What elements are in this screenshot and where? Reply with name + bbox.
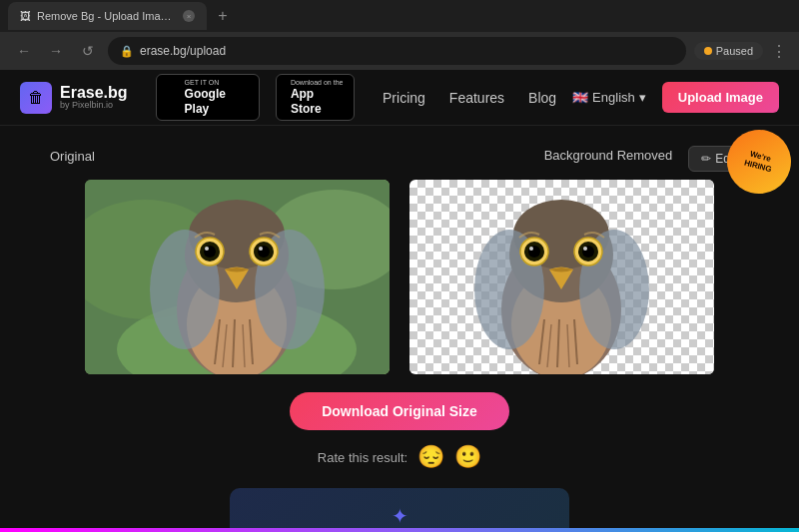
website: 🗑 Erase.bg by Pixelbin.io ▶ GET IT ON Go…: [0, 70, 799, 532]
app-store-text: Download on the App Store: [291, 79, 346, 116]
happy-rating-button[interactable]: 🙂: [454, 444, 481, 470]
download-section: Download Original Size Rate this result:…: [230, 392, 569, 532]
lang-flag: 🇬🇧: [572, 90, 588, 105]
svg-point-44: [583, 247, 587, 251]
original-label: Original: [50, 149, 95, 164]
tab-title: Remove Bg - Upload Images b...: [37, 10, 177, 22]
bg-removed-image: [409, 180, 714, 374]
google-play-icon: ▶: [165, 86, 179, 108]
bg-removed-image-panel: [409, 180, 714, 374]
main-content: Original Background Removed ✏ Edit: [0, 126, 799, 532]
url-text: erase.bg/upload: [140, 44, 226, 58]
back-button[interactable]: ←: [12, 39, 36, 63]
address-bar: ← → ↺ 🔒 erase.bg/upload Paused ⋮: [0, 32, 799, 70]
sad-rating-button[interactable]: 😔: [417, 444, 444, 470]
rating-row: Rate this result: 😔 🙂: [318, 444, 481, 470]
logo[interactable]: 🗑 Erase.bg by Pixelbin.io: [20, 82, 128, 114]
pause-indicator: [704, 47, 712, 55]
tab-bar: 🖼 Remove Bg - Upload Images b... × +: [0, 0, 799, 32]
url-bar[interactable]: 🔒 erase.bg/upload: [108, 37, 686, 65]
tab-favicon: 🖼: [20, 10, 31, 22]
original-image-container: [85, 180, 390, 374]
download-button[interactable]: Download Original Size: [290, 392, 509, 430]
bulk-access-banner[interactable]: ✦ Want to Remove Background from Images …: [230, 488, 569, 532]
app-store-badge[interactable]: Download on the App Store: [276, 74, 355, 121]
original-image-panel: [85, 180, 390, 374]
logo-icon: 🗑: [20, 82, 52, 114]
google-play-badge[interactable]: ▶ GET IT ON Google Play: [156, 74, 260, 121]
active-tab[interactable]: 🖼 Remove Bg - Upload Images b... ×: [8, 2, 207, 30]
refresh-button[interactable]: ↺: [76, 39, 100, 63]
images-row: [50, 180, 749, 374]
rate-label: Rate this result:: [318, 450, 407, 465]
svg-point-39: [529, 247, 533, 251]
language-selector[interactable]: 🇬🇧 English ▾: [572, 90, 646, 105]
google-play-text: GET IT ON Google Play: [185, 79, 251, 116]
navbar: 🗑 Erase.bg by Pixelbin.io ▶ GET IT ON Go…: [0, 70, 799, 126]
nav-link-pricing[interactable]: Pricing: [383, 90, 425, 106]
svg-point-23: [259, 247, 263, 251]
original-bird-svg: [85, 180, 390, 374]
bg-removed-bird-svg: [409, 180, 714, 374]
paused-label: Paused: [716, 45, 753, 57]
bulk-icon: ✦: [262, 504, 537, 528]
lang-label: English: [592, 90, 635, 105]
svg-point-18: [205, 247, 209, 251]
tab-close-button[interactable]: ×: [183, 10, 195, 22]
upload-image-button[interactable]: Upload Image: [662, 82, 779, 113]
paused-badge: Paused: [694, 42, 763, 60]
logo-title: Erase.bg: [60, 84, 128, 102]
logo-sub: by Pixelbin.io: [60, 101, 128, 111]
bg-removed-image-container: [409, 180, 714, 374]
nav-link-blog[interactable]: Blog: [528, 90, 556, 106]
browser-chrome: 🖼 Remove Bg - Upload Images b... × + ← →…: [0, 0, 799, 70]
forward-button[interactable]: →: [44, 39, 68, 63]
new-tab-button[interactable]: +: [211, 4, 235, 28]
browser-menu-button[interactable]: ⋮: [771, 42, 787, 61]
bg-removed-label: Background Removed: [544, 148, 673, 163]
nav-links: Pricing Features Blog: [383, 90, 556, 106]
logo-text: Erase.bg by Pixelbin.io: [60, 84, 128, 111]
edit-icon: ✏: [701, 152, 711, 166]
nav-link-features[interactable]: Features: [449, 90, 504, 106]
chevron-down-icon: ▾: [639, 90, 646, 105]
original-image: [85, 180, 390, 374]
image-labels-row: Original Background Removed ✏ Edit: [50, 146, 749, 172]
lock-icon: 🔒: [120, 45, 134, 58]
